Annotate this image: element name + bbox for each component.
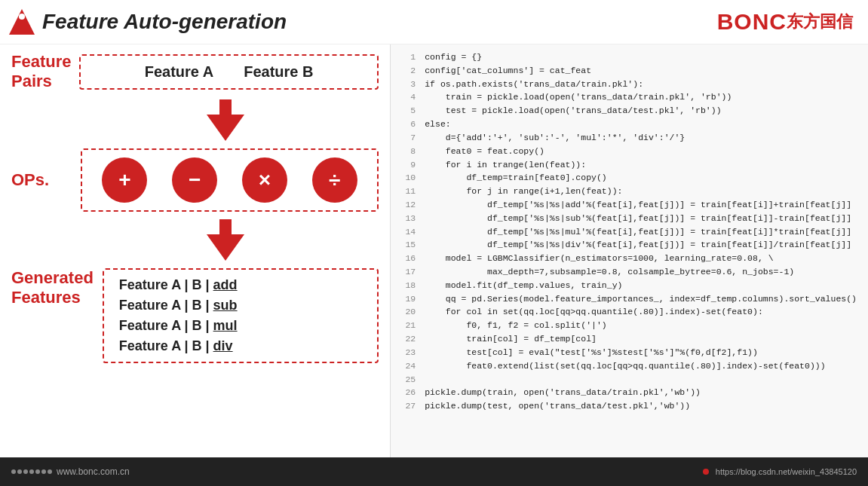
line-number: 20: [402, 305, 416, 319]
line-number: 15: [402, 238, 416, 252]
svg-marker-0: [9, 9, 35, 35]
line-number: 3: [402, 78, 416, 91]
website-label: www.bonc.com.cn: [57, 466, 130, 477]
line-number: 21: [402, 319, 416, 332]
line-number: 7: [402, 131, 416, 145]
line-number: 5: [402, 104, 416, 118]
line-code: feat0 = feat.copy(): [425, 145, 544, 158]
code-line: 24 feat0.extend(list(set(qq.loc[qq>qq.qu…: [402, 359, 857, 373]
code-line: 13 df_temp['%s|%s|sub'%(feat[i],feat[j])…: [402, 212, 857, 225]
code-line: 14 df_temp['%s|%s|mul'%(feat[i],feat[j])…: [402, 225, 857, 239]
op-plus-icon: +: [118, 168, 130, 192]
dot-5: [35, 469, 40, 474]
code-line: 16 model = LGBMClassifier(n_estimators=1…: [402, 252, 857, 265]
gen-feature-sub-underline: sub: [213, 298, 238, 313]
svg-point-1: [19, 14, 25, 20]
line-code: pickle.dump(train, open('trans_data/trai…: [425, 386, 701, 399]
page-title: Feature Auto-generation: [42, 10, 287, 34]
dot-1: [11, 469, 16, 474]
logo-cn-text: 东方国信: [787, 11, 853, 33]
line-code: df_temp['%s|%s|sub'%(feat[i],feat[j])] =…: [425, 212, 851, 225]
line-number: 1: [402, 50, 416, 64]
line-number: 26: [402, 386, 416, 399]
line-number: 4: [402, 90, 416, 104]
code-line: 20 for col in set(qq.loc[qq>qq.quantile(…: [402, 305, 857, 319]
arrow-2: [11, 219, 379, 261]
code-line: 21 f0, f1, f2 = col.split('|'): [402, 319, 857, 332]
line-number: 12: [402, 198, 416, 212]
code-line: 12 df_temp['%s|%s|add'%(feat[i],feat[j])…: [402, 198, 857, 212]
feature-a-label: Feature A: [145, 63, 214, 81]
line-number: 8: [402, 145, 416, 158]
code-line: 11 for j in range(i+1,len(feat)):: [402, 185, 857, 198]
main-content: Feature Pairs Feature A Feature B OPs. +…: [0, 44, 868, 486]
line-code: d={'add':'+', 'sub':'-', 'mul':'*', 'div…: [425, 131, 685, 145]
header-title-area: Feature Auto-generation: [8, 8, 287, 36]
gen-feature-add: Feature A | B | add: [119, 277, 362, 293]
line-code: if os.path.exists('trans_data/train.pkl'…: [425, 78, 643, 91]
line-code: f0, f1, f2 = col.split('|'): [425, 319, 607, 332]
dot-2: [17, 469, 22, 474]
line-code: model = LGBMClassifier(n_estimators=1000…: [425, 252, 773, 265]
code-line: 23 test[col] = eval("test['%s']%stest['%…: [402, 346, 857, 359]
line-number: 17: [402, 265, 416, 279]
line-code: for i in trange(len(feat)):: [425, 158, 586, 172]
line-code: config['cat_columns'] = cat_feat: [425, 64, 591, 78]
code-line: 26pickle.dump(train, open('trans_data/tr…: [402, 386, 857, 399]
code-line: 10 df_temp=train[feat0].copy(): [402, 171, 857, 185]
line-code: train[col] = df_temp[col]: [425, 332, 597, 346]
op-minus-circle: −: [172, 157, 217, 203]
ops-section: OPs. + − × ÷: [11, 148, 379, 212]
feature-pairs-box: Feature A Feature B: [79, 54, 379, 90]
gen-feature-mul-underline: mul: [213, 318, 238, 333]
feature-pairs-section: Feature Pairs Feature A Feature B: [11, 52, 379, 92]
red-bullet-icon: [703, 469, 709, 475]
op-multiply-circle: ×: [242, 157, 287, 203]
ops-label-block: OPs.: [11, 170, 72, 190]
logo-bonc-text: BONC: [717, 9, 787, 35]
code-line: 15 df_temp['%s|%s|div'%(feat[i],feat[j])…: [402, 238, 857, 252]
dot-7: [48, 469, 52, 474]
ops-box: + − × ÷: [81, 148, 379, 212]
ops-label: OPs.: [11, 170, 72, 190]
gen-feature-add-underline: add: [213, 277, 238, 292]
dot-3: [23, 469, 28, 474]
bottom-url-text: https://blog.csdn.net/weixin_43845120: [716, 467, 857, 476]
line-number: 13: [402, 212, 416, 225]
down-arrow-2-icon: [207, 219, 244, 261]
generated-label: Generated Features: [11, 268, 94, 308]
generated-features-box: Feature A | B | add Feature A | B | sub …: [103, 268, 379, 363]
line-code: df_temp['%s|%s|mul'%(feat[i],feat[j])] =…: [425, 225, 851, 239]
right-panel: 1config = {}2config['cat_columns'] = cat…: [390, 44, 868, 486]
code-line: 4 train = pickle.load(open('trans_data/t…: [402, 90, 857, 104]
op-divide-circle: ÷: [312, 157, 357, 203]
gen-feature-sub: Feature A | B | sub: [119, 298, 362, 313]
arrow-1: [11, 99, 379, 141]
line-code: test = pickle.load(open('trans_data/test…: [425, 104, 721, 118]
code-line: 7 d={'add':'+', 'sub':'-', 'mul':'*', 'd…: [402, 131, 857, 145]
line-code: qq = pd.Series(model.feature_importances…: [425, 292, 857, 306]
line-number: 22: [402, 332, 416, 346]
gen-feature-mul: Feature A | B | mul: [119, 318, 362, 334]
left-panel: Feature Pairs Feature A Feature B OPs. +…: [0, 44, 390, 486]
bottom-right: https://blog.csdn.net/weixin_43845120: [703, 467, 857, 476]
line-number: 18: [402, 279, 416, 292]
line-code: df_temp['%s|%s|div'%(feat[i],feat[j])] =…: [425, 238, 851, 252]
line-number: 25: [402, 373, 416, 387]
line-code: else:: [425, 118, 451, 131]
op-multiply-icon: ×: [259, 168, 271, 192]
line-number: 24: [402, 359, 416, 373]
line-code: train = pickle.load(open('trans_data/tra…: [425, 90, 732, 104]
dot-4: [29, 469, 34, 474]
code-area: 1config = {}2config['cat_columns'] = cat…: [402, 50, 857, 452]
line-number: 23: [402, 346, 416, 359]
code-line: 3if os.path.exists('trans_data/train.pkl…: [402, 78, 857, 91]
logo-triangle-icon: [8, 8, 36, 36]
line-number: 27: [402, 399, 416, 413]
code-line: 27pickle.dump(test, open('trans_data/tes…: [402, 399, 857, 413]
line-number: 11: [402, 185, 416, 198]
code-line: 19 qq = pd.Series(model.feature_importan…: [402, 292, 857, 306]
company-logo: BONC 东方国信: [717, 9, 853, 35]
line-number: 14: [402, 225, 416, 239]
line-code: pickle.dump(test, open('trans_data/test.…: [425, 399, 690, 413]
